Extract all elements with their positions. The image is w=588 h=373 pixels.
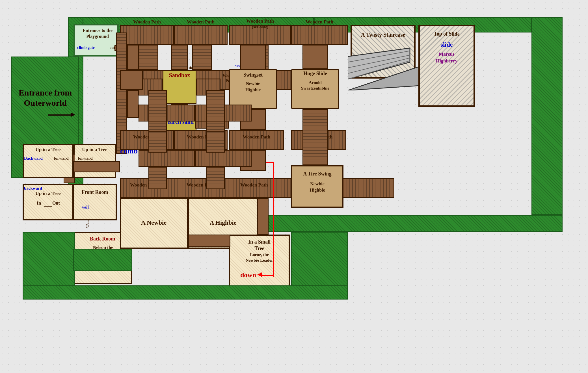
tree-border-bottom-right-2: [291, 232, 348, 288]
swing-lower-cross-center: [229, 130, 284, 150]
entrance-playground-label: Entrance to the Playground: [77, 28, 118, 40]
tree-border-bottom-right: [254, 215, 563, 232]
newbie-label: A Newbie: [122, 219, 186, 226]
forward-label-2: forward: [78, 156, 93, 161]
bot-cross-2-v2: [206, 167, 225, 189]
front-room-label: Front Room: [74, 189, 115, 195]
top-of-slide-label: Top of Slide: [420, 31, 474, 37]
sandbox-top: [171, 45, 188, 70]
bot-cross-1-v1: [148, 131, 167, 153]
sandbox-label: Sandbox: [163, 72, 196, 79]
swingset-top-arm: [240, 45, 266, 70]
bot-cross-1-v2: [148, 167, 167, 189]
climb-gate-label: climb gate: [77, 45, 95, 50]
lock-symbol: ⟨⟩: [85, 223, 89, 229]
cross-tl-v2: [127, 90, 139, 118]
slide-action-label: slide: [420, 41, 474, 48]
veil-label: veil: [82, 205, 89, 210]
mini-cross-1-v: [148, 90, 167, 122]
bot-cross-1-h: [139, 150, 195, 167]
tire-swing-label: A Tire Swing: [293, 171, 342, 177]
wp-top-4-label: Wooden Path: [291, 19, 348, 25]
swingset-label: Swingset: [230, 72, 276, 78]
in-out-line: [44, 206, 52, 207]
wooden-path-top-2: [174, 25, 228, 45]
down-arrow-h: [260, 275, 274, 276]
wp-top-1-label: Wooden Path: [120, 19, 174, 25]
huge-slide-label: Huge Slide: [292, 71, 338, 77]
tree-h-connect: [73, 161, 120, 172]
map-container: Entrance to the Playground climb gate ou…: [8, 8, 580, 365]
backward-label-1: Backward: [24, 156, 43, 161]
marcus-label: MarcusHighberry: [420, 51, 474, 64]
v-connect-small-tree: [257, 198, 269, 235]
tree-border-right: [531, 17, 563, 215]
wp-bot-3-label: Wooden Path: [240, 182, 268, 188]
vert-path-1: [139, 45, 158, 70]
tree-bottom-left2: [73, 249, 132, 271]
wooden-path-top-4: [291, 25, 348, 45]
down-arrow-head: [257, 272, 262, 277]
highbie-label: A Highbie: [189, 219, 257, 226]
forward-label-1: forward: [54, 156, 69, 161]
small-tree-label: In a SmallTree: [230, 239, 288, 252]
wooden-path-top-1: [120, 25, 174, 45]
bot-cross-2-v1: [206, 131, 225, 153]
down-label: down: [240, 271, 256, 279]
tree-border-bottom-left: [23, 232, 75, 288]
outerworld-arrow: [48, 114, 74, 116]
up-in-tree-bottom-left-label: Up in a Tree: [24, 191, 72, 196]
v-path-slide-tire: [302, 109, 328, 165]
tree-border-bottom-full: [23, 285, 348, 300]
out-label-tree: Out: [52, 201, 60, 206]
arnold-label: ArnoldSwartzenhibhie: [292, 80, 338, 91]
in-label: In: [37, 201, 41, 206]
backward-label-2: backward: [24, 186, 42, 191]
top-of-slide-room: [418, 25, 475, 107]
tire-swing-nh-label: NewbieHighbie: [293, 181, 342, 194]
cross-tl-v: [127, 45, 139, 70]
tree-v-connector: [64, 177, 75, 183]
mini-cross-2-v: [206, 90, 225, 122]
entrance-outerworld-label: Entrance from Outerworld: [13, 88, 78, 108]
wp-top-2-label: Wooden Path: [174, 19, 228, 25]
cross-tl-h: [120, 70, 143, 90]
wp-top-3-label: Wooden Path(see-saw): [229, 18, 291, 30]
vert-path-2: [192, 45, 212, 70]
mini-cross-1-h: [139, 105, 195, 122]
up-in-tree-top-left-label: Up in a Tree: [24, 147, 72, 153]
outerworld-arrow-head: [71, 112, 75, 117]
huge-slide-top: [302, 45, 328, 69]
h-connect-bottom: [188, 235, 230, 247]
lorne-label: Lorne, theNewbie Leader: [230, 252, 288, 263]
entrance-playground-room: Entrance to the Playground climb gate ou…: [74, 24, 119, 57]
up-in-tree-top-right-label: Up in a Tree: [75, 147, 114, 153]
swingset-nh-label: NewbieHighbie: [230, 81, 276, 93]
red-vertical-path: [273, 162, 274, 277]
